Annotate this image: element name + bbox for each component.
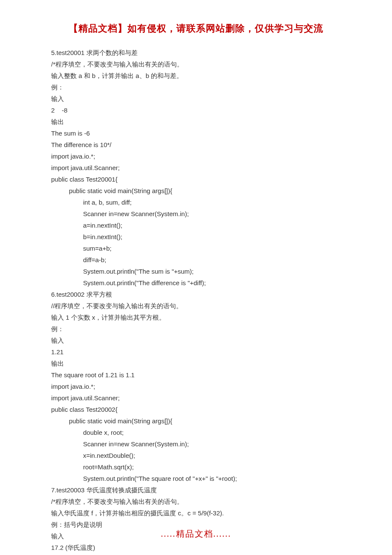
code-line: System.out.println("The difference is "+… — [51, 277, 341, 289]
code-line: 例： — [51, 323, 341, 335]
code-line: 例： — [51, 81, 341, 93]
code-line: import java.io.*; — [51, 381, 341, 392]
code-line: 输入华氏温度 f，计算并输出相应的摄氏温度 c。c = 5/9(f-32). — [51, 507, 341, 519]
code-line: 17.2 (华氏温度) — [51, 542, 341, 553]
page-header: 【精品文档】如有侵权，请联系网站删除，仅供学习与交流 — [51, 22, 341, 35]
code-line: 输入 — [51, 335, 341, 346]
code-line: public static void main(String args[]){ — [51, 415, 341, 427]
code-line: The difference is 10*/ — [51, 139, 341, 150]
code-line: /*程序填空，不要改变与输入输出有关的语句。 — [51, 496, 341, 507]
code-line: b=in.nextInt(); — [51, 231, 341, 243]
code-line: import java.util.Scanner; — [51, 162, 341, 173]
code-line: double x, root; — [51, 427, 341, 438]
code-line: diff=a-b; — [51, 254, 341, 266]
code-line: The sum is -6 — [51, 127, 341, 139]
code-line: public static void main(String args[]){ — [51, 185, 341, 197]
code-line: 输入 1 个实数 x，计算并输出其平方根。 — [51, 312, 341, 323]
code-line: 5.test20001 求两个数的和与差 — [51, 47, 341, 58]
code-line: x=in.nextDouble(); — [51, 450, 341, 461]
code-line: public class Test20001{ — [51, 173, 341, 185]
page: 【精品文档】如有侵权，请联系网站删除，仅供学习与交流 5.test20001 求… — [0, 0, 392, 553]
code-line: 输入整数 a 和 b，计算并输出 a、b 的和与差。 — [51, 70, 341, 81]
code-line: import java.io.*; — [51, 150, 341, 162]
code-line: a=in.nextInt(); — [51, 220, 341, 231]
code-line: System.out.println("The square root of "… — [51, 473, 341, 484]
code-line: sum=a+b; — [51, 243, 341, 254]
code-line: Scanner in=new Scanner(System.in); — [51, 438, 341, 450]
document-body: 5.test20001 求两个数的和与差/*程序填空，不要改变与输入输出有关的语… — [51, 47, 341, 553]
code-line: Scanner in=new Scanner(System.in); — [51, 208, 341, 220]
code-line: 7.test20003 华氏温度转换成摄氏温度 — [51, 484, 341, 496]
code-line: 输入 — [51, 93, 341, 104]
code-line: System.out.println("The sum is "+sum); — [51, 266, 341, 277]
page-footer: .....精品文档...... — [0, 528, 392, 540]
code-line: 1.21 — [51, 346, 341, 358]
code-line: /*程序填空，不要改变与输入输出有关的语句。 — [51, 58, 341, 70]
code-line: root=Math.sqrt(x); — [51, 461, 341, 473]
code-line: 输出 — [51, 116, 341, 127]
code-line: public class Test20002{ — [51, 404, 341, 415]
code-line: //程序填空，不要改变与输入输出有关的语句。 — [51, 300, 341, 312]
code-line: 输出 — [51, 358, 341, 369]
code-line: The square root of 1.21 is 1.1 — [51, 369, 341, 381]
code-line: 2 -8 — [51, 104, 341, 116]
code-line: int a, b, sum, diff; — [51, 197, 341, 208]
code-line: 6.test20002 求平方根 — [51, 289, 341, 300]
code-line: import java.util.Scanner; — [51, 392, 341, 404]
